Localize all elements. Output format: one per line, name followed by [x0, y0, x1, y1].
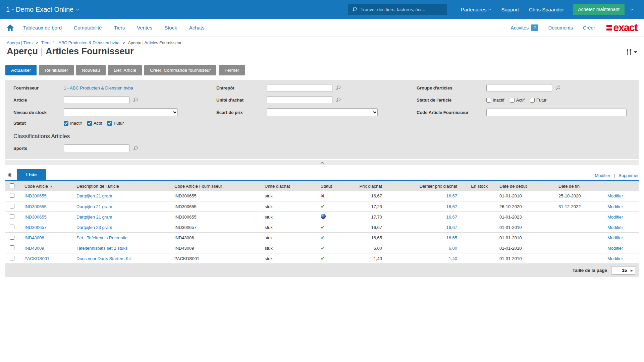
row-modifier-link[interactable]: Modifier [607, 204, 623, 209]
nouveau-button[interactable]: Nouveau [76, 65, 106, 75]
last-purchase-price-link[interactable]: 16,67 [446, 204, 457, 209]
col-code-article[interactable]: Code Article▲ [21, 181, 73, 191]
statut-article-actif-checkbox[interactable] [510, 98, 515, 103]
entrepot-input[interactable] [267, 84, 332, 92]
article-description-link[interactable]: Doos voor Darts Starters Kit [76, 256, 131, 261]
article-code-link[interactable]: PACKDS001 [24, 256, 49, 261]
home-icon[interactable] [7, 24, 14, 31]
breadcrumb-tiers-abc[interactable]: Tiers: 1 - ABC Producten & Diensten bvba [41, 41, 119, 45]
row-modifier-link[interactable]: Modifier [607, 215, 623, 220]
article-description-link[interactable]: Tafeltennisbats set 2 stuks [76, 246, 127, 251]
statut-inactif-checkbox[interactable] [64, 121, 68, 126]
nav-ventes[interactable]: Ventes [137, 25, 152, 31]
nav-stock[interactable]: Stock [164, 25, 177, 31]
creer-link[interactable]: Créer [583, 25, 595, 31]
statut-article-inactif-checkbox[interactable] [486, 98, 491, 103]
article-code-link[interactable]: IND300655 [24, 193, 47, 198]
nav-tiers[interactable]: Tiers [114, 25, 125, 31]
buy-now-button[interactable]: Achetez maintenant [573, 4, 625, 15]
article-code-link[interactable]: IND43009 [24, 246, 44, 251]
row-modifier-link[interactable]: Modifier [607, 225, 623, 230]
actualiser-button[interactable]: Actualiser [5, 65, 37, 75]
last-purchase-price-link[interactable]: 1,40 [449, 256, 457, 261]
last-purchase-price-link[interactable]: 16,67 [446, 215, 457, 220]
row-modifier-link[interactable]: Modifier [607, 246, 623, 251]
ecart-prix-select[interactable] [267, 108, 378, 116]
select-all-checkbox[interactable] [10, 183, 14, 188]
tab-liste[interactable]: Liste [17, 169, 46, 180]
col-en-stock[interactable]: En stock [462, 181, 492, 191]
search-icon[interactable] [555, 85, 561, 91]
fermer-button[interactable]: Fermer [219, 65, 245, 75]
creer-commande-button[interactable]: Créer: Commande fournisseur [144, 65, 217, 75]
row-checkbox[interactable] [10, 235, 14, 240]
breadcrumb-apercu-tiers[interactable]: Aperçu | Tiers [7, 41, 33, 45]
row-checkbox[interactable] [10, 256, 14, 260]
statut-actif-checkbox[interactable] [87, 121, 92, 126]
sports-input[interactable] [64, 144, 129, 152]
statut-article-futur-checkbox[interactable] [530, 98, 535, 103]
lier-article-button[interactable]: Lier: Article [108, 65, 142, 75]
article-code-link[interactable]: IND300655 [24, 215, 47, 220]
list-modifier-link[interactable]: Modifier [595, 173, 610, 178]
article-input[interactable] [64, 96, 129, 104]
last-purchase-price-link[interactable]: 16,65 [446, 235, 457, 240]
page-settings-menu[interactable] [626, 49, 637, 55]
col-description[interactable]: Description de l'article [73, 181, 171, 191]
col-date-debut[interactable]: Date de début [492, 181, 555, 191]
nav-tableaux-de-bord[interactable]: Tableaux de bord [23, 25, 62, 31]
code-article-fournisseur-input[interactable] [486, 109, 627, 116]
unite-achat-input[interactable] [267, 96, 332, 104]
article-description-link[interactable]: Dartpijlen 21 gram [76, 215, 112, 220]
col-statut[interactable]: Statut [317, 181, 349, 191]
row-checkbox[interactable] [10, 204, 14, 208]
col-unite-achat[interactable]: Unité d'achat [261, 181, 317, 191]
col-dernier-prix[interactable]: Dernier prix d'achat [386, 181, 462, 191]
article-code-link[interactable]: IND300655 [24, 204, 47, 209]
global-search[interactable] [348, 4, 447, 15]
article-description-link[interactable]: Dartpijlen 23 gram [76, 225, 112, 230]
search-icon[interactable] [132, 145, 139, 152]
search-icon[interactable] [335, 85, 341, 91]
user-menu[interactable]: Chris Spaander [529, 7, 564, 12]
row-checkbox[interactable] [10, 214, 14, 219]
article-code-link[interactable]: IND43006 [24, 235, 44, 240]
row-modifier-link[interactable]: Modifier [607, 256, 623, 261]
last-purchase-price-link[interactable]: 16,67 [446, 193, 457, 198]
partenaires-menu[interactable]: Partenaires [461, 7, 491, 12]
reinitialiser-button[interactable]: Réinitialiser [39, 65, 74, 75]
row-modifier-link[interactable]: Modifier [607, 235, 623, 240]
row-checkbox[interactable] [10, 225, 14, 229]
nav-achats[interactable]: Achats [189, 25, 205, 31]
statut-futur-checkbox[interactable] [107, 121, 112, 126]
article-code-link[interactable]: IND300657 [24, 225, 47, 230]
fournisseur-value-link[interactable]: 1 - ABC Producten & Diensten bvba [64, 85, 133, 90]
col-prix-achat[interactable]: Prix d'achat [349, 181, 386, 191]
row-modifier-link[interactable]: Modifier [607, 193, 623, 198]
activites-link[interactable]: Activités 2 [511, 24, 538, 31]
search-icon[interactable] [335, 97, 341, 103]
global-search-input[interactable] [361, 7, 443, 12]
row-checkbox[interactable] [10, 245, 14, 250]
article-description-link[interactable]: Dartpijlen 21 gram [76, 204, 112, 209]
last-purchase-price-link[interactable]: 16,67 [446, 225, 457, 230]
support-link[interactable]: Support [501, 7, 519, 12]
article-description-link[interactable]: Set - Tafeltennis Recreatie [76, 235, 127, 240]
niveau-stock-select[interactable] [64, 108, 178, 116]
pin-icon[interactable] [7, 173, 12, 177]
topbar-more-menu[interactable] [631, 9, 633, 10]
last-purchase-price-link[interactable]: 6,00 [449, 246, 457, 251]
search-icon[interactable] [132, 97, 139, 103]
col-date-fin[interactable]: Date de fin [555, 181, 604, 191]
col-code-article-fournisseur[interactable]: Code Article Fournisseur [171, 181, 261, 191]
documents-link[interactable]: Documents [548, 25, 573, 31]
groupe-articles-input[interactable] [486, 84, 552, 92]
row-checkbox[interactable] [10, 193, 14, 198]
nav-comptabilite[interactable]: Comptabilité [74, 25, 102, 31]
collapse-filters-bar[interactable] [5, 160, 639, 165]
company-switcher[interactable]: 1 - Demo Exact Online [6, 6, 79, 13]
start-date: 01-01-2010 [492, 222, 555, 233]
next-page-icon[interactable]: ▶ [629, 267, 634, 273]
article-description-link[interactable]: Dartpijlen 21 gram [76, 193, 112, 198]
list-supprimer-link[interactable]: Supprimer [619, 173, 639, 178]
